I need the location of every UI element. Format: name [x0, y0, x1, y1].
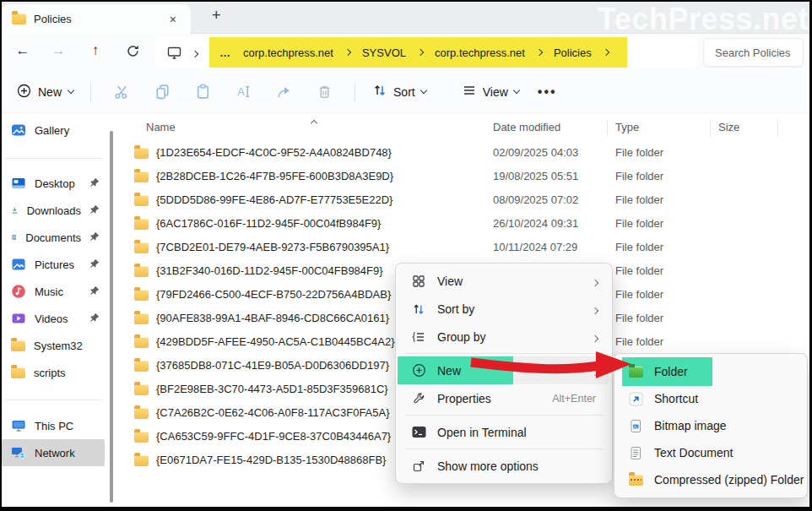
- delete-button[interactable]: [304, 83, 344, 101]
- pin-icon: [89, 231, 100, 244]
- videos-icon: [11, 311, 26, 326]
- column-header-size[interactable]: Size: [718, 121, 739, 133]
- address-bar[interactable]: … corp.techpress.net SYSVOL corp.techpre…: [155, 37, 697, 68]
- breadcrumb-ellipsis[interactable]: …: [219, 46, 231, 59]
- refresh-icon[interactable]: [122, 44, 143, 63]
- submenu-item-bitmap-image[interactable]: Bitmap image: [618, 412, 804, 439]
- folder-icon: [134, 384, 149, 395]
- network-icon: [11, 445, 26, 460]
- context-menu-item-view[interactable]: View: [399, 267, 609, 295]
- sidebar-item-network[interactable]: Network: [2, 439, 105, 466]
- folder-name: {7CBD2E01-DE79-4AEB-9273-F5B6790395A1}: [156, 241, 389, 253]
- submenu-item-folder[interactable]: Folder: [618, 358, 804, 385]
- submenu-item-shortcut[interactable]: Shortcut: [618, 385, 804, 412]
- table-row[interactable]: {7CBD2E01-DE79-4AEB-9273-F5B6790395A1}10…: [115, 236, 809, 259]
- sidebar-item-gallery[interactable]: Gallery: [2, 117, 105, 144]
- tab-policies[interactable]: Policies ×: [2, 4, 191, 34]
- sidebar-item-music[interactable]: Music: [2, 278, 105, 305]
- type: File folder: [615, 217, 663, 230]
- sidebar-item-label: Music: [35, 285, 63, 298]
- folder-icon: [134, 337, 149, 348]
- breadcrumb: … corp.techpress.net SYSVOL corp.techpre…: [209, 37, 627, 68]
- sidebar-item-documents[interactable]: Documents: [2, 224, 105, 251]
- menu-item-label: Open in Terminal: [437, 426, 527, 439]
- sidebar-item-desktop[interactable]: Desktop: [2, 170, 105, 197]
- submenu-item-text-document[interactable]: Text Document: [618, 439, 804, 466]
- sidebar-item-videos[interactable]: Videos: [2, 305, 105, 332]
- context-menu-item-group-by[interactable]: Group by: [399, 323, 609, 351]
- toolbar-divider: [355, 83, 355, 101]
- table-row[interactable]: {6AC1786C-016F-11D2-945F-00C04fB984F9}26…: [115, 212, 809, 236]
- paste-button[interactable]: [182, 83, 223, 101]
- column-header-name[interactable]: Name: [146, 121, 176, 133]
- chevron-right-icon: [593, 275, 598, 288]
- screen: Policies × + TechPress.net ← → ↑ … corp.…: [0, 0, 812, 511]
- folder-name: {E0671DA7-FE15-429D-B135-1530D48868FB}: [156, 454, 386, 466]
- new-button[interactable]: New: [10, 79, 80, 106]
- context-menu-item-properties[interactable]: Properties Alt+Enter: [399, 384, 609, 412]
- sidebar-item-this-pc[interactable]: This PC: [2, 412, 105, 439]
- wrench-icon: [411, 392, 426, 405]
- chevron-right-icon: [602, 49, 609, 56]
- command-toolbar: New A Sort: [2, 71, 809, 113]
- menu-item-label: New: [437, 364, 461, 378]
- menu-item-label: Group by: [437, 330, 486, 344]
- chevron-right-icon: [417, 49, 424, 56]
- share-button[interactable]: [263, 83, 304, 101]
- date-modified: 02/09/2025 04:03: [493, 146, 578, 159]
- sidebar-item-system32[interactable]: System32: [2, 332, 105, 359]
- context-menu-item-show-more-options[interactable]: Show more options: [399, 452, 609, 480]
- type: File folder: [615, 264, 663, 277]
- cut-button[interactable]: [101, 83, 142, 101]
- type: File folder: [615, 312, 663, 324]
- breadcrumb-item-domain2[interactable]: corp.techpress.net: [435, 46, 525, 59]
- new-button-label: New: [38, 85, 62, 99]
- sidebar-scrollbar[interactable]: [110, 131, 113, 503]
- sidebar-item-scripts[interactable]: scripts: [2, 359, 105, 386]
- table-row[interactable]: {1D23E654-EDCF-4C0C-9F52-A4A0824BD748}02…: [115, 141, 809, 165]
- sidebar-item-label: System32: [34, 340, 83, 352]
- column-divider[interactable]: [710, 120, 711, 136]
- shortcut-icon: [628, 392, 643, 406]
- breadcrumb-item-policies[interactable]: Policies: [554, 46, 592, 59]
- table-row[interactable]: {5DDD5D86-99FE-4E86-AD7F-E77753E5E22D}08…: [115, 188, 809, 212]
- breadcrumb-item-sysvol[interactable]: SYSVOL: [362, 46, 406, 59]
- forward-button[interactable]: →: [47, 42, 69, 59]
- group-list-icon: [411, 330, 426, 344]
- column-divider[interactable]: [777, 120, 778, 136]
- sidebar-item-label: This PC: [35, 420, 73, 432]
- sidebar-item-downloads[interactable]: Downloads: [2, 197, 105, 224]
- see-more-button[interactable]: •••: [538, 84, 557, 100]
- up-button[interactable]: ↑: [84, 42, 106, 59]
- rename-button[interactable]: A: [223, 83, 263, 101]
- table-row[interactable]: {2B28DCEB-1C26-4F7B-95FE-600B3D8A3E9D}19…: [115, 165, 809, 188]
- context-menu-item-new[interactable]: New: [399, 356, 609, 384]
- sidebar-item-label: Videos: [35, 313, 68, 325]
- sidebar-divider: [5, 158, 103, 159]
- watermark: TechPress.net: [598, 2, 809, 37]
- menu-item-shortcut: Alt+Enter: [552, 393, 596, 405]
- tab-close-icon[interactable]: ×: [165, 12, 181, 27]
- sidebar-item-pictures[interactable]: Pictures: [2, 251, 105, 278]
- column-header-type[interactable]: Type: [615, 121, 639, 133]
- bitmap-image-icon: [628, 419, 643, 433]
- new-tab-button[interactable]: +: [207, 7, 226, 24]
- copy-button[interactable]: [142, 83, 182, 101]
- search-input[interactable]: Search Policies: [703, 38, 804, 67]
- breadcrumb-item-domain[interactable]: corp.techpress.net: [243, 46, 333, 59]
- column-divider[interactable]: [607, 120, 608, 136]
- sidebar-item-label: Desktop: [35, 177, 75, 190]
- menu-item-label: Bitmap image: [654, 419, 727, 432]
- show-more-icon: [411, 459, 426, 473]
- type: File folder: [615, 241, 663, 253]
- context-menu-item-sort-by[interactable]: Sort by: [399, 295, 609, 323]
- this-pc-icon: [11, 418, 26, 433]
- folder-icon: [134, 313, 149, 324]
- context-menu-item-open-in-terminal[interactable]: Open in Terminal: [399, 418, 609, 446]
- menu-divider: [404, 415, 604, 416]
- column-header-date-modified[interactable]: Date modified: [493, 121, 560, 133]
- submenu-item-compressed-folder[interactable]: Compressed (zipped) Folder: [618, 466, 804, 493]
- view-button[interactable]: View: [455, 78, 526, 106]
- back-button[interactable]: ←: [12, 42, 34, 59]
- sort-button[interactable]: Sort: [365, 78, 433, 106]
